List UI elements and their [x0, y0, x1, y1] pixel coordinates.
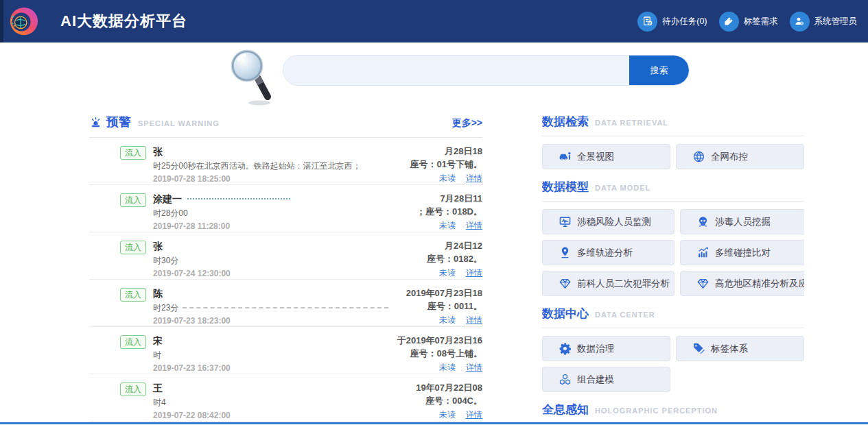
unread-link[interactable]: 未读 [439, 173, 456, 183]
gem-icon [696, 277, 709, 290]
header-nav: 待办任务(0) 标签需求 系统管理员 [637, 12, 857, 32]
feature-grid: 全景视图 全网布控 [542, 144, 804, 169]
status-badge: 流入 [120, 335, 146, 349]
status-badge: 流入 [120, 146, 146, 160]
feature-panel: 数据检索 DATA RETRIEVAL 全景视图 全网布控 数据模型 DATA … [542, 114, 804, 425]
detail-link[interactable]: 详情 [466, 363, 482, 372]
detail-link[interactable]: 详情 [466, 268, 482, 278]
feature-section: 全息感知 HOLOGRAPHIC PERCEPTION [542, 392, 804, 425]
feature-button[interactable]: 多维轨迹分析 [542, 240, 675, 265]
warning-date-fragment: 于2019年07月23日16 [345, 335, 482, 348]
page-title: AI大数据分析平台 [60, 11, 187, 32]
feature-button[interactable]: 全景视图 [542, 144, 670, 169]
unread-link[interactable]: 未读 [439, 315, 456, 325]
feature-button-label: 组合建模 [577, 374, 614, 386]
cubes-icon [559, 373, 572, 386]
feature-button[interactable]: 组合建模 [542, 367, 670, 392]
person-name: 宋 [153, 335, 163, 346]
search-button[interactable]: 搜索 [629, 56, 689, 85]
warning-timestamp: 2019-07-23 16:37:00 [153, 363, 345, 374]
feature-button-label: 标签体系 [711, 343, 748, 355]
status-badge: 流入 [120, 193, 146, 207]
warning-list-item: 流入 陈 时23分 2019-07-23 18:23:00 2019年07月23… [89, 280, 482, 327]
person-name: 张 [153, 146, 163, 157]
section-title: 数据模型 [542, 179, 589, 195]
section-title: 全息感知 [542, 402, 589, 417]
gem-icon [559, 277, 572, 290]
tasks-icon [637, 12, 657, 32]
warning-list-item: 流入 宋 时 2019-07-23 16:37:00 于2019年07月23日1… [89, 327, 482, 374]
status-badge: 流入 [120, 241, 146, 254]
warning-timestamp: 2019-07-28 11:28:00 [153, 221, 345, 232]
feature-grid: 涉稳风险人员监测 涉毒人员挖掘 多维轨迹分析 多维碰撞比对 前科人员二次犯罪分析… [542, 209, 804, 296]
warning-date-fragment: 月28日18 [345, 145, 482, 158]
status-badge: 流入 [120, 382, 146, 396]
feature-button[interactable]: 涉稳风险人员监测 [542, 209, 675, 234]
feature-button[interactable]: 全网布控 [676, 144, 804, 169]
warning-list-item: 流入 张 时25分00秒在北京西活动。铁路起始站：湛江至北京西； 2019-07… [89, 138, 482, 185]
warning-timestamp: 2019-07-23 18:23:00 [153, 316, 345, 326]
detail-link[interactable]: 详情 [466, 410, 482, 420]
feature-button[interactable]: 高危地区精准分析及应用 [680, 271, 804, 296]
siren-icon [89, 116, 102, 129]
feature-button-label: 全景视图 [577, 151, 614, 163]
warning-panel: 预警 SPECIAL WARNING 更多>> 流入 张 时25分00秒在北京西… [89, 114, 482, 425]
admin-icon [790, 12, 810, 32]
warning-seat-info: 座号：0011。 [345, 300, 482, 313]
unread-link[interactable]: 未读 [439, 268, 456, 278]
warning-list: 流入 张 时25分00秒在北京西活动。铁路起始站：湛江至北京西； 2019-07… [89, 138, 482, 425]
feature-section: 数据模型 DATA MODEL 涉稳风险人员监测 涉毒人员挖掘 多维轨迹分析 多… [542, 169, 804, 296]
chart-icon [696, 246, 709, 259]
warning-timestamp: 2019-07-22 08:42:00 [153, 411, 345, 421]
search-input[interactable] [283, 56, 629, 85]
warning-description: 时4 [153, 397, 345, 408]
tags-icon [692, 342, 705, 355]
feature-button-label: 涉稳风险人员监测 [577, 216, 651, 228]
warning-description: 时28分00 [153, 208, 345, 219]
section-subtitle: HOLOGRAPHIC PERCEPTION [595, 406, 718, 415]
warning-seat-info: ；座号：018D。 [345, 206, 482, 219]
unread-link[interactable]: 未读 [439, 410, 456, 420]
feature-button[interactable]: 标签体系 [676, 336, 804, 361]
person-name: 王 [153, 382, 163, 393]
warning-list-item: 流入 王 时4 2019-07-22 08:42:00 19年07月22日08 … [89, 374, 482, 422]
feature-button[interactable]: 前科人员二次犯罪分析 [542, 271, 675, 296]
section-subtitle: DATA CENTER [595, 311, 655, 319]
section-title: 数据检索 [542, 114, 589, 130]
header-nav-item[interactable]: 待办任务(0) [637, 12, 707, 32]
feature-section: 数据中心 DATA CENTER 数据治理 标签体系 组合建模 [542, 296, 804, 392]
search-area: 搜索 [0, 42, 868, 108]
feature-button[interactable]: 数据治理 [542, 336, 670, 361]
skull-icon [696, 215, 709, 228]
warning-description: 时23分 [153, 302, 345, 313]
feature-button-label: 涉毒人员挖掘 [715, 216, 771, 228]
detail-link[interactable]: 详情 [466, 173, 482, 183]
unread-link[interactable]: 未读 [439, 363, 456, 372]
bottom-divider [0, 422, 868, 424]
warning-seat-info: 座号：0182。 [345, 253, 482, 266]
nav-item-label: 待办任务(0) [662, 16, 707, 27]
warning-date-fragment: 2019年07月23日18 [345, 287, 482, 300]
warning-description: 时25分00秒在北京西活动。铁路起始站：湛江至北京西； [153, 160, 345, 171]
more-link[interactable]: 更多>> [452, 117, 482, 130]
detail-link[interactable]: 详情 [466, 315, 482, 325]
person-name: 涂建一 [153, 193, 182, 204]
header-nav-item[interactable]: 系统管理员 [790, 12, 858, 32]
feature-grid: 数据治理 标签体系 组合建模 [542, 336, 804, 392]
unread-link[interactable]: 未读 [439, 221, 456, 230]
feature-button-label: 全网布控 [711, 151, 748, 163]
feature-button[interactable]: 涉毒人员挖掘 [680, 209, 804, 234]
pin-icon [559, 246, 572, 259]
warning-timestamp: 2019-07-28 18:25:00 [153, 174, 345, 184]
warning-date-fragment: 7月28日11 [345, 193, 482, 206]
network-icon [692, 150, 705, 163]
warning-seat-info: 座号：08号上铺。 [345, 348, 482, 361]
feature-button[interactable]: 多维碰撞比对 [680, 240, 804, 265]
magnifier-illustration [226, 48, 281, 108]
warning-description: 时 [153, 350, 345, 361]
detail-link[interactable]: 详情 [466, 221, 482, 230]
gear-icon [559, 342, 572, 355]
header-nav-item[interactable]: 标签需求 [719, 12, 778, 32]
tag-icon [719, 12, 739, 32]
panorama-icon [559, 150, 572, 163]
